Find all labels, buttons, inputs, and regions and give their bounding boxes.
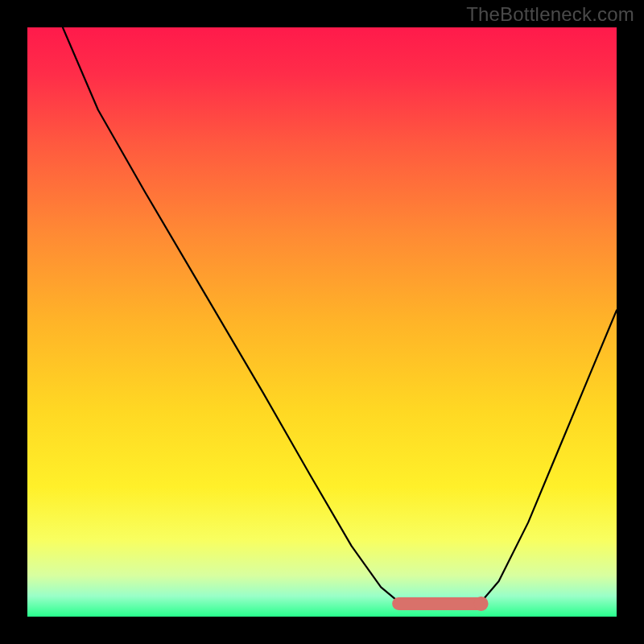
plot-area [27, 27, 617, 617]
sweet-spot-dot [474, 597, 489, 611]
chart-container: TheBottleneck.com [0, 0, 644, 644]
watermark-text: TheBottleneck.com [466, 3, 634, 26]
gradient-background [27, 27, 617, 617]
bottleneck-chart [27, 27, 617, 617]
